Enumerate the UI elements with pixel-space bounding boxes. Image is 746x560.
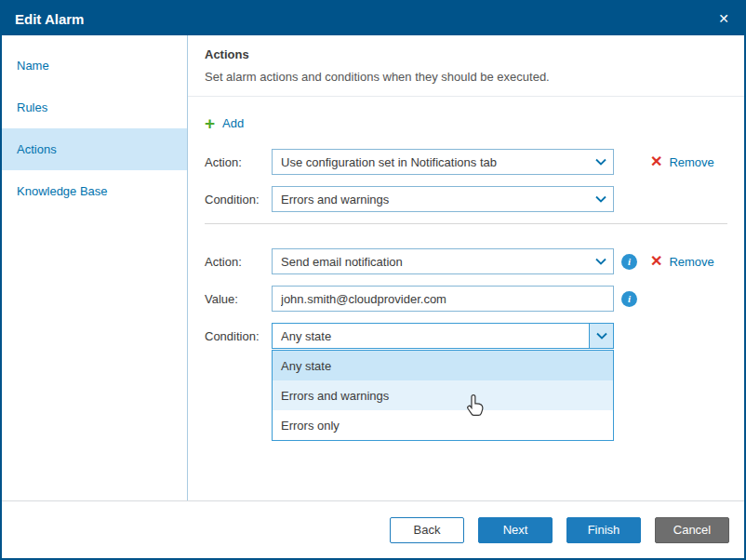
sidebar-item-knowledge-base[interactable]: Knowledge Base [2, 170, 187, 212]
action1-action-select[interactable]: Use configuration set in Notifications t… [272, 149, 614, 175]
info-icon: i [621, 291, 637, 307]
action2-value-row: Value: i [205, 286, 727, 312]
dropdown-option-errors-only[interactable]: Errors only [273, 410, 613, 440]
action-block-2: Action: Send email notification i ✕ Remo… [188, 240, 744, 349]
page-subtitle: Set alarm actions and conditions when th… [205, 70, 727, 84]
add-action-button[interactable]: + Add [205, 114, 244, 132]
close-icon[interactable]: ✕ [716, 10, 731, 27]
sidebar: Name Rules Actions Knowledge Base [2, 35, 188, 500]
block-divider [205, 223, 727, 224]
finish-button[interactable]: Finish [566, 517, 641, 543]
action1-condition-row: Condition: Errors and warnings [205, 186, 727, 212]
add-label: Add [222, 116, 244, 130]
content-pane: Actions Set alarm actions and conditions… [188, 35, 744, 500]
dropdown-option-errors-and-warnings[interactable]: Errors and warnings [273, 380, 613, 410]
info-icon: i [621, 254, 637, 270]
dialog-body: Name Rules Actions Knowledge Base Action… [2, 35, 744, 500]
edit-alarm-dialog: Edit Alarm ✕ Name Rules Actions Knowledg… [0, 0, 746, 560]
action2-condition-label: Condition: [205, 329, 272, 343]
action2-remove-button[interactable]: ✕ Remove [650, 254, 714, 269]
action2-action-value: Send email notification [281, 255, 589, 269]
remove-label: Remove [669, 255, 713, 269]
action1-condition-label: Condition: [205, 193, 272, 207]
action1-condition-select[interactable]: Errors and warnings [272, 186, 614, 212]
dialog-header: Edit Alarm ✕ [2, 2, 744, 35]
chevron-down-icon [589, 324, 613, 348]
dialog-title: Edit Alarm [15, 11, 84, 27]
dialog-footer: Back Next Finish Cancel [2, 500, 744, 558]
action-block-1: Action: Use configuration set in Notific… [188, 140, 744, 212]
condition-dropdown-list: Any state Errors and warnings Errors onl… [272, 350, 614, 441]
remove-x-icon: ✕ [650, 154, 662, 169]
content-header: Actions Set alarm actions and conditions… [188, 35, 744, 97]
action1-action-label: Action: [205, 155, 272, 169]
action2-condition-row: Condition: Any state Any state Errors an… [205, 323, 727, 349]
chevron-down-icon [589, 150, 613, 174]
action2-condition-select[interactable]: Any state [272, 323, 614, 349]
chevron-down-icon [589, 187, 613, 211]
page-title: Actions [205, 47, 727, 61]
action2-action-label: Action: [205, 255, 272, 269]
email-value-input[interactable] [272, 286, 614, 312]
sidebar-item-actions[interactable]: Actions [2, 128, 187, 170]
action2-condition-value: Any state [281, 329, 589, 343]
remove-label: Remove [669, 155, 713, 169]
action1-condition-value: Errors and warnings [281, 193, 589, 207]
action1-action-row: Action: Use configuration set in Notific… [205, 149, 727, 175]
sidebar-item-rules[interactable]: Rules [2, 87, 187, 128]
action2-value-label: Value: [205, 292, 272, 306]
condition-select-wrap: Any state Any state Errors and warnings … [272, 323, 614, 349]
chevron-down-icon [589, 249, 613, 273]
dropdown-option-any-state[interactable]: Any state [273, 351, 613, 380]
action2-action-row: Action: Send email notification i ✕ Remo… [205, 248, 727, 274]
plus-icon: + [205, 114, 215, 132]
back-button[interactable]: Back [390, 517, 464, 543]
action1-action-value: Use configuration set in Notifications t… [281, 155, 589, 169]
sidebar-item-name[interactable]: Name [2, 45, 187, 87]
remove-x-icon: ✕ [650, 254, 662, 269]
action2-action-select[interactable]: Send email notification [272, 248, 614, 274]
action1-remove-button[interactable]: ✕ Remove [650, 154, 714, 169]
next-button[interactable]: Next [478, 517, 553, 543]
cancel-button[interactable]: Cancel [655, 517, 729, 543]
